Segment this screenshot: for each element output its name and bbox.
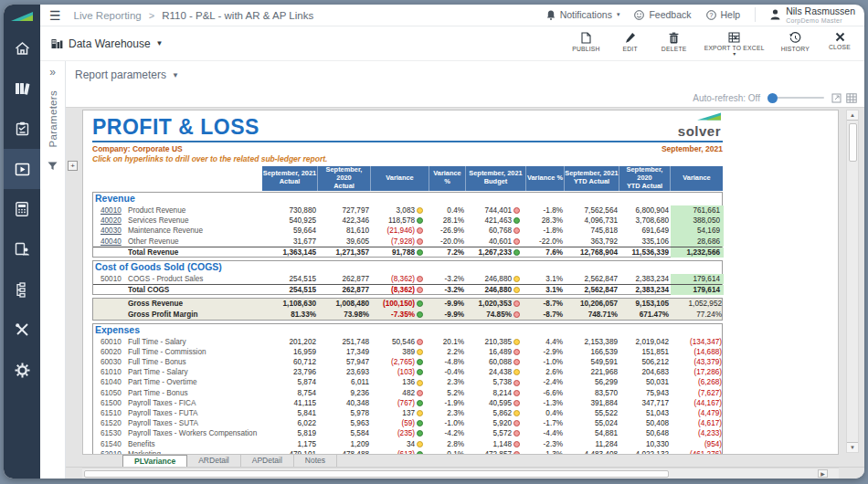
history-button[interactable]: HISTORY bbox=[781, 32, 810, 52]
sidebar-tools-icon[interactable] bbox=[4, 310, 40, 350]
export-to-excel-button[interactable]: EXPORT TO EXCEL ▾ bbox=[704, 32, 765, 56]
feedback-button[interactable]: Feedback bbox=[634, 9, 691, 20]
value-cell: 39,605 bbox=[318, 237, 371, 247]
value-cell: 691,649 bbox=[619, 226, 671, 236]
table-row: 40030Maintenance Revenue59,66481,610(21,… bbox=[93, 226, 722, 236]
value-cell: 16,489 bbox=[466, 347, 513, 357]
chevron-down-icon: ▼ bbox=[156, 39, 164, 47]
value-cell: 83,570 bbox=[565, 388, 619, 398]
company-label: Company: Corporate US bbox=[92, 144, 183, 153]
account-name: Total Revenue bbox=[128, 247, 263, 258]
account-link[interactable]: 40020 bbox=[93, 216, 128, 226]
grid-view-icon[interactable] bbox=[846, 93, 857, 103]
sheet-tab-apdetail[interactable]: APDetail bbox=[241, 455, 294, 467]
account-name: Full Time - Bonus bbox=[128, 357, 263, 367]
value-cell: 23,693 bbox=[318, 367, 371, 377]
value-cell: 5,841 bbox=[263, 408, 318, 418]
vertical-scrollbar[interactable]: ▲ ▼ bbox=[846, 110, 859, 453]
green-status-dot bbox=[417, 400, 423, 406]
value-cell: -9.9% bbox=[429, 310, 466, 320]
report-parameters-toggle[interactable]: Report parameters ▼ bbox=[75, 68, 179, 81]
auto-refresh-slider[interactable] bbox=[767, 97, 824, 99]
sheet-tab-plvariance[interactable]: PLVariance bbox=[122, 455, 187, 467]
value-cell: 549,591 bbox=[565, 357, 619, 367]
value-cell: 262,877 bbox=[318, 274, 371, 284]
table-row: 60020Full Time - Commission16,95917,3493… bbox=[93, 347, 722, 357]
account-link[interactable]: 40030 bbox=[93, 226, 128, 236]
horizontal-scroll-thumb[interactable] bbox=[84, 470, 669, 478]
column-header-8: Variance bbox=[670, 166, 723, 191]
scroll-right-button[interactable]: ▶ bbox=[818, 469, 828, 478]
menu-icon[interactable]: ☰ bbox=[49, 9, 61, 22]
account-name: Services Revenue bbox=[128, 216, 263, 226]
red-status-dot bbox=[513, 207, 520, 214]
value-cell: (954) bbox=[671, 439, 724, 449]
vertical-scroll-thumb[interactable] bbox=[849, 123, 857, 162]
budget-indicator-cell bbox=[513, 310, 526, 320]
slider-knob[interactable] bbox=[767, 93, 778, 103]
value-cell: 6,800,904 bbox=[619, 205, 671, 216]
value-cell: 745,818 bbox=[565, 226, 619, 236]
value-cell: 50,648 bbox=[619, 428, 671, 438]
value-cell: 5,572 bbox=[466, 428, 513, 438]
filter-funnel-icon[interactable] bbox=[48, 158, 58, 174]
data-source-dropdown[interactable]: Data Warehouse ▼ bbox=[51, 37, 164, 50]
sheet-tab-ardetail[interactable]: ARDetail bbox=[187, 455, 241, 467]
close-button[interactable]: CLOSE bbox=[826, 32, 853, 50]
table-row: 61530Payroll Taxes - Workers Compensatio… bbox=[93, 428, 722, 438]
sidebar-reports-icon[interactable] bbox=[4, 149, 40, 189]
publish-button[interactable]: PUBLISH bbox=[572, 32, 600, 52]
value-cell: 50,408 bbox=[619, 418, 671, 428]
value-cell: (2,765) bbox=[371, 357, 417, 367]
notifications-button[interactable]: Notifications ▾ bbox=[546, 9, 620, 20]
close-icon bbox=[835, 32, 845, 42]
variance-indicator-cell bbox=[417, 398, 429, 408]
delete-button[interactable]: DELETE bbox=[661, 32, 688, 52]
value-cell: (6,268) bbox=[671, 377, 724, 387]
yellow-status-dot bbox=[417, 410, 423, 416]
svg-text:?: ? bbox=[709, 12, 713, 18]
value-cell: 73.98% bbox=[318, 310, 371, 320]
scroll-up-button[interactable]: ▲ bbox=[847, 110, 858, 121]
value-cell: (17,286) bbox=[671, 367, 724, 377]
sidebar-doc-user-icon[interactable] bbox=[4, 229, 40, 269]
sheet-tab-notes[interactable]: Notes bbox=[294, 455, 337, 467]
outline-expand-button[interactable]: + bbox=[68, 161, 78, 171]
table-row: Total COGS254,515262,877(8,362)-3.2%246,… bbox=[93, 284, 722, 294]
period-label: September, 2021 bbox=[662, 144, 723, 153]
sidebar-library-icon[interactable] bbox=[4, 68, 40, 109]
account-link[interactable]: 40040 bbox=[93, 237, 128, 247]
expand-panel-icon[interactable]: » bbox=[49, 67, 56, 78]
table-row: 40040Other Revenue31,67739,605(7,928)-20… bbox=[93, 237, 722, 247]
value-cell: 0.4% bbox=[429, 205, 466, 216]
value-cell: 1,209 bbox=[318, 439, 371, 449]
green-status-dot bbox=[417, 300, 423, 307]
help-button[interactable]: ? Help bbox=[706, 9, 741, 20]
edit-button[interactable]: EDIT bbox=[617, 32, 644, 52]
budget-indicator-cell bbox=[513, 337, 526, 347]
sidebar-home-icon[interactable] bbox=[4, 28, 40, 68]
budget-indicator-cell bbox=[513, 347, 526, 357]
account-link[interactable]: 40010 bbox=[93, 205, 128, 216]
report-title: PROFIT & LOSS bbox=[92, 115, 259, 139]
open-in-window-icon[interactable] bbox=[831, 93, 842, 103]
sidebar-settings-gear-icon[interactable] bbox=[4, 350, 40, 390]
value-cell: 4.4% bbox=[526, 337, 565, 347]
user-avatar-icon bbox=[770, 9, 780, 20]
value-cell: 221,968 bbox=[565, 367, 619, 377]
sidebar-tasks-icon[interactable] bbox=[4, 109, 40, 149]
red-status-dot bbox=[417, 390, 423, 396]
breadcrumb-root[interactable]: Live Reporting bbox=[74, 10, 142, 21]
red-status-dot bbox=[513, 380, 520, 386]
value-cell: 2.3% bbox=[429, 377, 466, 387]
sidebar-hierarchy-icon[interactable] bbox=[4, 269, 40, 310]
value-cell: 54,881 bbox=[565, 428, 619, 438]
scroll-down-button[interactable]: ▼ bbox=[847, 442, 858, 452]
sidebar-calculator-icon[interactable] bbox=[4, 189, 40, 229]
report-viewport: + PROFIT & LOSS solver Comp bbox=[66, 107, 864, 479]
account-number: 61530 bbox=[93, 428, 128, 438]
value-cell: 17,349 bbox=[318, 347, 371, 357]
horizontal-scrollbar[interactable]: ▶ bbox=[82, 468, 839, 479]
user-menu[interactable]: Nils Rasmussen CorpDemo Master bbox=[770, 6, 855, 24]
value-cell: 10,206,057 bbox=[565, 299, 619, 309]
